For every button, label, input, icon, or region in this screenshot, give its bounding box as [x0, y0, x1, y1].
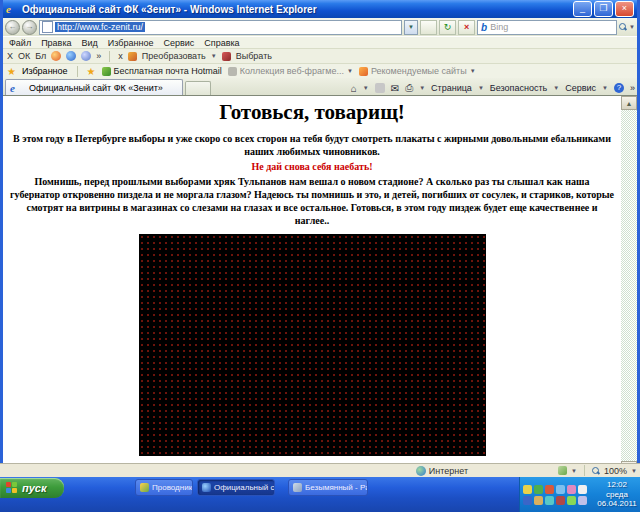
convert-dropdown[interactable]: ▼: [211, 53, 217, 59]
screen: e Официальный сайт ФК «Зенит» - Windows …: [0, 0, 640, 512]
minimize-button[interactable]: _: [573, 1, 592, 17]
menu-tools[interactable]: Сервис: [163, 38, 194, 48]
taskbar-button-2[interactable]: Официальный сай...: [197, 479, 275, 496]
tray-icon[interactable]: [534, 496, 543, 505]
suggested-sites-icon: [359, 67, 368, 76]
forward-button[interactable]: →: [22, 20, 37, 35]
tray-icon[interactable]: [534, 485, 543, 494]
addon-label-3[interactable]: Бл: [35, 51, 46, 61]
page-menu-dropdown[interactable]: ▼: [478, 85, 484, 91]
tray-icon[interactable]: [523, 496, 532, 505]
tray-icon[interactable]: [556, 485, 565, 494]
favorite-label: Коллекция веб-фрагме...: [240, 66, 344, 76]
tab-favicon: e: [10, 82, 22, 94]
convert-button[interactable]: Преобразовать: [142, 51, 206, 61]
refresh-button[interactable]: ↻: [439, 20, 456, 35]
menu-edit[interactable]: Правка: [41, 38, 71, 48]
task1-icon: [140, 483, 149, 492]
search-button[interactable]: [619, 23, 627, 31]
address-dropdown[interactable]: ▼: [404, 20, 418, 35]
suggested-sites-dropdown[interactable]: ▼: [470, 68, 476, 74]
tray-icon[interactable]: [567, 485, 576, 494]
maximize-button[interactable]: ❐: [594, 1, 613, 17]
page-menu-button[interactable]: Страница: [431, 83, 472, 93]
scroll-up-button[interactable]: ▲: [621, 96, 637, 110]
tray-icon[interactable]: [523, 485, 532, 494]
tray-icon[interactable]: [545, 485, 554, 494]
tray-icon[interactable]: [567, 496, 576, 505]
zoom-level[interactable]: 100%: [604, 466, 627, 476]
addon-label-2[interactable]: ОК: [18, 51, 30, 61]
search-options-dropdown[interactable]: ▼: [629, 24, 635, 30]
search-placeholder: Bing: [490, 22, 508, 32]
taskbar-button-3[interactable]: Безымянный - Pai...: [288, 479, 368, 496]
zoom-icon: [592, 467, 600, 475]
menu-view[interactable]: Вид: [82, 38, 98, 48]
select-button[interactable]: Выбрать: [236, 51, 272, 61]
title-bar[interactable]: e Официальный сайт ФК «Зенит» - Windows …: [3, 0, 637, 18]
address-bar[interactable]: http://www.fc-zenit.ru/: [39, 20, 402, 35]
favorites-bar: ★ Избранное ★ Бесплатная почта Hotmail К…: [3, 63, 637, 78]
system-tray: 12:02 среда 06.04.2011: [519, 477, 640, 512]
tray-icon[interactable]: [556, 496, 565, 505]
url-text[interactable]: http://www.fc-zenit.ru/: [55, 22, 145, 32]
favorite-label: Рекомендуемые сайты: [371, 66, 467, 76]
convert-icon: [128, 52, 137, 61]
safety-menu-dropdown[interactable]: ▼: [553, 85, 559, 91]
tools-menu-button[interactable]: Сервис: [565, 83, 596, 93]
taskbar: пуск Проводник Официальный сай... Безымя…: [0, 477, 640, 512]
menu-file[interactable]: Файл: [9, 38, 31, 48]
menu-help[interactable]: Справка: [204, 38, 239, 48]
menu-favorites[interactable]: Избранное: [108, 38, 154, 48]
favorites-separator: [77, 66, 78, 77]
addon-icon-2[interactable]: [66, 51, 76, 61]
tools-menu-dropdown[interactable]: ▼: [602, 85, 608, 91]
task-label: Проводник: [152, 483, 192, 492]
paragraph-2: Помнишь, перед прошлыми выборами хряк Ту…: [9, 175, 615, 227]
compatibility-view-icon[interactable]: [420, 20, 437, 35]
menu-bar: Файл Правка Вид Избранное Сервис Справка: [3, 36, 637, 48]
window-title: Официальный сайт ФК «Зенит» - Windows In…: [22, 4, 573, 15]
addon-icon-1[interactable]: [51, 51, 61, 61]
addon-close-button[interactable]: х: [118, 51, 123, 61]
favorite-item-webslices[interactable]: Коллекция веб-фрагме... ▼: [228, 66, 353, 76]
favorites-button[interactable]: Избранное: [22, 66, 68, 76]
feeds-icon[interactable]: [375, 83, 385, 93]
print-dropdown[interactable]: ▼: [419, 85, 425, 91]
tray-icon[interactable]: [578, 485, 587, 494]
tab-zenit[interactable]: e Официальный сайт ФК «Зенит»: [5, 79, 183, 95]
tray-icon[interactable]: [578, 496, 587, 505]
vertical-scrollbar[interactable]: ▲ ▼: [621, 96, 637, 475]
protected-mode-dropdown[interactable]: ▼: [571, 468, 577, 474]
addon-toolbar: Х ОК Бл » х Преобразовать ▼ Выбрать: [3, 48, 637, 63]
zoom-dropdown[interactable]: ▼: [631, 468, 637, 474]
scrollbar-track[interactable]: [621, 110, 637, 461]
safety-menu-button[interactable]: Безопасность: [490, 83, 547, 93]
favorite-item-suggested-sites[interactable]: Рекомендуемые сайты ▼: [359, 66, 476, 76]
help-icon[interactable]: ?: [614, 83, 624, 93]
read-mail-button[interactable]: ✉: [391, 83, 399, 94]
taskbar-clock[interactable]: 12:02 среда 06.04.2011: [594, 477, 640, 512]
print-button[interactable]: ⎙: [405, 82, 413, 94]
protected-mode-icon[interactable]: [558, 466, 567, 475]
page-icon: [42, 21, 53, 33]
favorite-item-hotmail[interactable]: Бесплатная почта Hotmail: [102, 66, 222, 76]
new-tab-button[interactable]: [185, 81, 211, 95]
webslices-dropdown[interactable]: ▼: [347, 68, 353, 74]
toolbar-separator: [109, 51, 110, 62]
add-favorite-icon[interactable]: ★: [87, 66, 96, 77]
start-button[interactable]: пуск: [0, 478, 64, 498]
addon-label-1[interactable]: Х: [7, 51, 13, 61]
close-button[interactable]: ×: [615, 1, 634, 17]
stop-button[interactable]: ×: [458, 20, 475, 35]
addon-icon-3[interactable]: [81, 51, 91, 61]
toolbar-overflow-chevron[interactable]: »: [96, 51, 101, 61]
tray-icon[interactable]: [545, 496, 554, 505]
search-input[interactable]: b Bing: [477, 20, 617, 35]
back-button[interactable]: ←: [5, 20, 20, 35]
home-dropdown[interactable]: ▼: [363, 85, 369, 91]
task-label: Безымянный - Pai...: [305, 483, 368, 492]
home-button[interactable]: ⌂: [351, 83, 357, 94]
taskbar-button-1[interactable]: Проводник: [135, 479, 193, 496]
commandbar-overflow-chevron[interactable]: »: [630, 83, 635, 93]
